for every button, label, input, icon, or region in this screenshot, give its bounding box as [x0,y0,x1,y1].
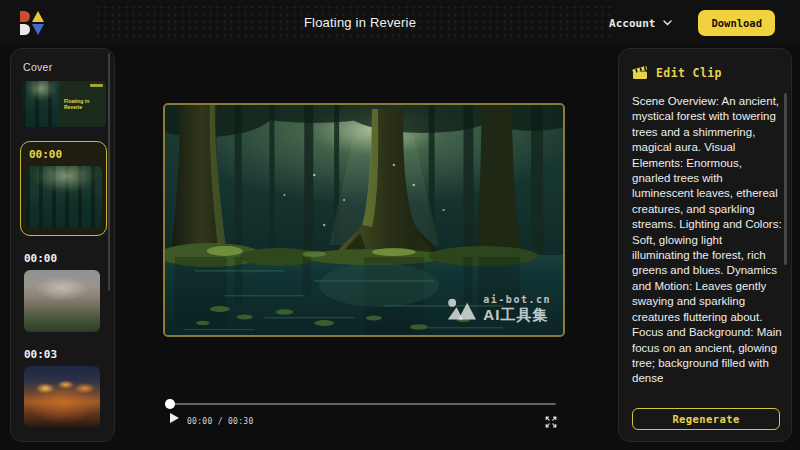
clip-timestamp: 00:00 [29,148,102,161]
regenerate-button[interactable]: Regenerate [632,408,780,430]
cover-thumbnail[interactable]: Floating in Reverie [22,81,106,127]
logo-yellow-triangle [31,10,44,23]
progress-bar[interactable] [165,399,556,409]
clapperboard-icon [632,65,649,80]
edit-panel-title: Edit Clip [656,66,722,80]
watermark-text-line1: ai-bot.cn [483,295,551,305]
fullscreen-icon [545,416,557,428]
app-logo-icon[interactable] [18,10,44,36]
clip-timestamp: 00:00 [24,252,105,265]
download-button[interactable]: Download [698,10,775,36]
clip-item-selected[interactable]: 00:00 [20,141,107,236]
progress-track [165,403,556,406]
clip-item-night-market[interactable]: 00:03 [23,348,105,428]
clip-description-text[interactable]: Scene Overview: An ancient, mystical for… [632,94,782,384]
logo-blue-triangle [31,23,44,36]
play-icon [170,413,179,423]
edit-panel-scrollbar[interactable] [784,93,787,265]
video-preview[interactable]: ai-bot.cn AI工具集 [163,103,565,337]
clip-thumbnail-forest [26,166,102,228]
watermark: ai-bot.cn AI工具集 [446,295,551,322]
chevron-down-icon [663,20,672,26]
logo-white-d [18,23,31,36]
clip-thumbnail-night-market [24,366,100,428]
edit-clip-panel: Edit Clip Scene Overview: An ancient, my… [618,48,792,442]
edit-panel-header: Edit Clip [632,65,779,80]
progress-handle[interactable] [165,399,175,409]
app-window: Floating in Reverie Account Download Cov… [0,0,800,450]
account-label: Account [609,17,655,30]
watermark-logo-icon [446,296,476,322]
clip-timestamp: 00:03 [24,348,105,361]
topbar: Floating in Reverie Account Download [0,0,800,46]
fullscreen-button[interactable] [545,414,557,426]
account-menu[interactable]: Account [609,17,672,30]
play-button[interactable] [170,413,181,426]
watermark-text-line2: AI工具集 [483,307,551,322]
cover-brand-mark [90,84,103,87]
clips-sidebar: Cover Floating in Reverie 00:00 00:00 00… [10,48,115,442]
page-title: Floating in Reverie [304,15,416,30]
cover-title-panel: Floating in Reverie [59,81,106,127]
logo-red-d [18,10,31,23]
cover-image [22,81,59,127]
cover-title-text: Floating in Reverie [64,98,94,110]
time-display: 00:00 / 00:30 [187,417,254,426]
sidebar-scrollbar[interactable] [108,53,111,291]
clip-thumbnail-castle [24,270,100,332]
cover-label: Cover [23,61,105,73]
clip-item-castle[interactable]: 00:00 [23,252,105,332]
